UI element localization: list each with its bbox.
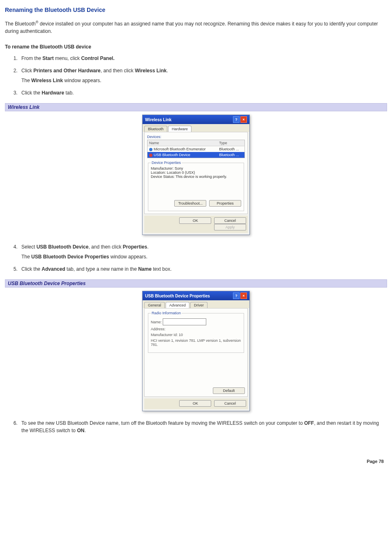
step-2: Click Printers and Other Hardware, and t… — [19, 67, 387, 84]
page-title: Renaming the Bluetooth USB Device — [5, 7, 387, 13]
bold: USB Bluetooth Device — [37, 244, 89, 250]
step-4-note: The USB Bluetooth Device Properties wind… — [21, 253, 387, 260]
dialog-1-wrap: Wireless Link ? × Bluetooth Hardware Dev… — [5, 115, 387, 235]
hci-version: HCI version 1, revision 781. LMP version… — [151, 339, 241, 347]
text: , and then click — [101, 68, 135, 74]
bold: Properties — [123, 244, 147, 250]
close-icon[interactable]: × — [240, 292, 247, 299]
text: Select — [21, 244, 37, 250]
dialog-body: Devices: Name Type Microsoft Bluetooth E… — [144, 132, 248, 214]
tab-general[interactable]: General — [144, 302, 165, 308]
text: tab, and type a new name in the — [65, 266, 138, 272]
step-5: Click the Advanced tab, and type a new n… — [19, 265, 387, 273]
radio-info-legend: Radio Information — [151, 311, 182, 315]
intro-a: The Bluetooth — [5, 21, 36, 27]
page-number: Page 78 — [5, 459, 387, 464]
close-icon[interactable]: × — [240, 116, 247, 123]
bold: Advanced — [42, 266, 65, 272]
step-3: Click the Hardware tab. — [19, 89, 387, 97]
text: window appears. — [109, 254, 147, 260]
table-row[interactable]: Microsoft Bluetooth Enumerator Bluetooth… — [148, 146, 245, 152]
troubleshoot-button[interactable]: Troubleshoot... — [174, 200, 206, 207]
tabs: General Advanced Driver — [143, 300, 249, 308]
text: text box. — [152, 266, 172, 272]
bold: Start — [42, 55, 53, 61]
bold: Wireless Link — [135, 68, 166, 74]
step-1: From the Start menu, click Control Panel… — [19, 55, 387, 62]
apply-button: Apply — [214, 224, 246, 230]
help-icon[interactable]: ? — [233, 292, 240, 299]
col-name[interactable]: Name — [148, 140, 218, 146]
text: The — [21, 254, 31, 260]
step-list: From the Start menu, click Control Panel… — [19, 55, 387, 97]
manufacturer-text: Manufacturer: Sony — [151, 166, 241, 170]
text: menu, click — [54, 55, 81, 61]
text: . — [147, 244, 148, 250]
text: The — [21, 78, 31, 83]
help-icon[interactable]: ? — [233, 116, 240, 123]
step-list-cont: Select USB Bluetooth Device, and then cl… — [19, 243, 387, 273]
bold: Wireless Link — [31, 78, 63, 83]
cancel-button[interactable]: Cancel — [214, 400, 246, 407]
text: . — [166, 68, 168, 74]
intro-b: device installed on your computer has an… — [5, 21, 378, 34]
procedure-heading: To rename the Bluetooth USB device — [5, 44, 387, 50]
radio-info-group: Radio Information Name: Address: Manufac… — [148, 311, 244, 353]
dialog-footer: OK Cancel Apply — [144, 216, 248, 233]
properties-button[interactable]: Properties — [209, 200, 241, 207]
tab-bluetooth[interactable]: Bluetooth — [144, 126, 167, 132]
bold: USB Bluetooth Device Properties — [31, 254, 109, 260]
text: , and then click — [88, 244, 122, 250]
name-input[interactable] — [163, 318, 206, 325]
text: . — [84, 428, 85, 433]
text: window appears. — [63, 78, 101, 83]
tab-advanced[interactable]: Advanced — [166, 302, 189, 308]
tab-hardware[interactable]: Hardware — [168, 126, 191, 132]
bold: ON — [77, 428, 84, 433]
address-label: Address: — [151, 327, 241, 331]
dialog-title: Wireless Link — [145, 117, 171, 122]
device-properties-legend: Device Properties — [151, 161, 182, 165]
bold: Hardware — [42, 90, 64, 96]
titlebar: USB Bluetooth Device Properties ? × — [143, 291, 249, 300]
table-row-selected[interactable]: USB Bluetooth Device Bluetooth ... — [148, 152, 245, 158]
usb-bt-properties-dialog: USB Bluetooth Device Properties ? × Gene… — [142, 291, 250, 411]
bold: Printers and Other Hardware — [33, 68, 100, 74]
dialog-footer: OK Cancel — [144, 398, 248, 409]
step-6: To see the new USB Bluetooth Device name… — [19, 419, 387, 434]
cell: Bluetooth ... — [217, 146, 244, 152]
col-type[interactable]: Type — [217, 140, 244, 146]
default-button[interactable]: Default — [213, 387, 245, 394]
bold: Control Panel. — [81, 55, 114, 61]
devices-table: Name Type Microsoft Bluetooth Enumerator… — [147, 140, 245, 158]
devices-label: Devices: — [147, 135, 245, 139]
text: Click the — [21, 266, 42, 272]
tab-driver[interactable]: Driver — [190, 302, 208, 308]
text: Click — [21, 68, 33, 74]
text: To see the new USB Bluetooth Device name… — [21, 420, 304, 426]
wireless-link-dialog: Wireless Link ? × Bluetooth Hardware Dev… — [142, 115, 250, 235]
cancel-button[interactable]: Cancel — [214, 217, 246, 224]
text: From the — [21, 55, 42, 61]
step-4: Select USB Bluetooth Device, and then cl… — [19, 243, 387, 260]
bold: Name — [138, 266, 152, 272]
manufacturer-id: Manufacturer Id: 10 — [151, 333, 241, 337]
ok-button[interactable]: OK — [179, 400, 211, 407]
dialog-2-wrap: USB Bluetooth Device Properties ? × Gene… — [5, 291, 387, 411]
cell: USB Bluetooth Device — [154, 153, 190, 157]
step-2-note: The Wireless Link window appears. — [21, 77, 387, 84]
titlebar: Wireless Link ? × — [143, 115, 249, 124]
cell: Bluetooth ... — [217, 152, 244, 158]
tabs: Bluetooth Hardware — [143, 124, 249, 132]
device-icon — [149, 148, 152, 151]
name-label: Name: — [151, 320, 162, 324]
caption-wireless-link: Wireless Link — [5, 103, 387, 111]
dialog-title: USB Bluetooth Device Properties — [145, 294, 210, 298]
intro-paragraph: The Bluetooth® device installed on your … — [5, 20, 387, 35]
caption-usb-props: USB Bluetooth Device Properties — [5, 279, 387, 288]
dialog-body: Radio Information Name: Address: Manufac… — [144, 308, 248, 397]
device-icon — [149, 154, 152, 157]
bold: OFF — [304, 420, 314, 426]
ok-button[interactable]: OK — [179, 217, 211, 224]
step-list-final: To see the new USB Bluetooth Device name… — [19, 419, 387, 434]
